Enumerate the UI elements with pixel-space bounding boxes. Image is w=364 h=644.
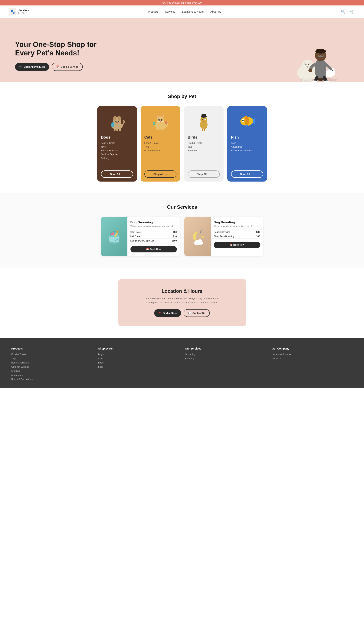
cats-link-2[interactable]: Beds & Furniture [144,149,176,152]
arrow-icon: → [252,173,254,176]
footer-shopbypet-link-0[interactable]: Dogs [98,353,179,356]
footer-services-link-0[interactable]: Grooming [185,353,266,356]
location-buttons: 📍 Find a Store 💬 Contact Us [126,309,239,317]
fish-shop-all-button[interactable]: Shop All → [231,170,263,178]
grooming-item-0: Coat Care $80 [130,230,177,234]
nav-item-locations[interactable]: Locations & Hours [182,10,204,14]
shop-by-pet-title: Shop by Pet [9,94,355,99]
footer-company-links: Locations & Hours About Us [272,353,353,360]
nav-item-products[interactable]: Products [148,10,158,14]
birds-shop-all-button[interactable]: Shop All → [188,170,220,178]
arrow-icon: → [208,173,210,176]
book-service-button[interactable]: 📅 Book a Service [52,63,83,71]
footer-products-link-0[interactable]: Food & Treats [11,353,92,356]
dogs-shop-all-button[interactable]: Shop All → [101,170,133,178]
contact-us-button[interactable]: 💬 Contact Us [184,309,210,317]
announcement-bar: Get free delivery on orders over $80 [0,0,364,6]
footer-shopbypet-link-1[interactable]: Cats [98,357,179,360]
cats-link-1[interactable]: Toys [144,146,176,148]
svg-point-5 [304,62,306,64]
grooming-item-1: Nail Care $16 [130,234,177,239]
boarding-book-button[interactable]: 📅 Book Now [214,242,260,248]
grooming-illustration [107,228,122,245]
birds-link-0[interactable]: Food & Treats [188,142,220,144]
fish-link-2[interactable]: Rocks & Decorations [231,149,263,152]
cart-button[interactable]: 🛒 [349,9,355,14]
svg-point-42 [157,116,164,124]
footer-products-link-4[interactable]: Clothing [11,370,92,372]
dogs-link-4[interactable]: Clothing [101,157,133,160]
arrow-icon: → [122,173,124,176]
svg-point-31 [113,116,116,120]
footer-shopbypet-title: Shop by Pet [98,347,179,350]
logo[interactable]: 🐾 Jackie's Pet Store [9,8,29,15]
grooming-book-button[interactable]: 📅 Book Now [130,246,177,252]
fish-image [231,110,263,132]
footer-col-services: Our Services Grooming Boarding [185,347,266,381]
footer-products-link-1[interactable]: Toys [11,357,92,360]
svg-point-22 [316,49,322,52]
footer-company-link-1[interactable]: About Us [272,357,353,360]
dogs-link-1[interactable]: Toys [101,146,133,148]
cats-illustration [151,112,170,131]
pet-card-cats: Cats Food & Treats Toys Beds & Furniture… [140,106,180,182]
dogs-illustration [108,112,126,131]
shop-all-button[interactable]: 🛒 Shop All Products [15,63,49,71]
svg-point-57 [161,128,165,130]
birds-illustration [194,112,213,131]
find-store-button[interactable]: 📍 Find a Store [154,309,181,317]
grooming-image [101,217,128,256]
footer-services-link-1[interactable]: Boarding [185,357,266,360]
svg-point-33 [115,121,116,122]
dogs-link-3[interactable]: Outdoor Supplies [101,153,133,156]
nav-item-services[interactable]: Services [165,10,175,14]
svg-marker-81 [245,125,249,127]
fish-link-1[interactable]: Aquariums [231,146,263,148]
dogs-links: Food & Treats Toys Beds & Furniture Outd… [101,142,133,167]
grooming-desc: Tail-wagging transformations are our spe… [130,225,177,227]
footer-shopbypet-link-2[interactable]: Birds [98,362,179,364]
footer-company-link-0[interactable]: Locations & Hours [272,353,353,356]
birds-image [188,110,220,132]
search-button[interactable]: 🔍 [340,9,346,14]
svg-point-50 [162,120,162,120]
cats-image [144,110,176,132]
svg-rect-12 [309,78,312,82]
dogs-link-2[interactable]: Beds & Furniture [101,149,133,152]
birds-link-2[interactable]: Furniture [188,149,220,152]
hero-buttons: 🛒 Shop All Products 📅 Book a Service [15,63,106,71]
svg-point-9 [308,64,309,66]
dogs-name: Dogs [101,135,133,140]
svg-point-16 [332,70,333,71]
hero-image [285,30,349,82]
hero-illustration [290,33,343,82]
boarding-illustration: z z z [190,228,205,245]
boarding-item-1: Short Term Boarding $80 [214,234,260,239]
footer-products-link-5[interactable]: Aquariums [11,374,92,376]
grooming-name: Dog Grooming [130,220,177,224]
footer-products-link-6[interactable]: Rocks & Decorations [11,378,92,381]
footer-shopbypet-link-3[interactable]: Fish [98,366,179,368]
footer: Products Food & Treats Toys Beds & Furni… [0,338,364,388]
pet-grid: Dogs Food & Treats Toys Beds & Furniture… [97,106,267,182]
footer-products-link-2[interactable]: Beds & Furniture [11,362,92,364]
birds-links: Food & Treats Toys Furniture [188,142,220,167]
cart-icon: 🛒 [19,66,22,68]
grooming-items: Coat Care $80 Nail Care $16 Doggie Delux… [130,230,177,243]
svg-text:z: z [201,230,202,232]
svg-point-8 [306,64,306,66]
hero-content: Your One-Stop Shop for Every Pet's Needs… [15,40,106,82]
logo-icon: 🐾 [9,8,16,15]
cats-link-0[interactable]: Food & Treats [144,142,176,144]
calendar-icon: 📅 [230,244,232,246]
dogs-link-0[interactable]: Food & Treats [101,142,133,144]
svg-rect-70 [202,129,203,131]
nav-item-about[interactable]: About Us [210,10,221,14]
navbar: 🐾 Jackie's Pet Store Products Services L… [0,6,364,18]
fish-link-0[interactable]: Food [231,142,263,144]
cats-shop-all-button[interactable]: Shop All → [144,170,176,178]
footer-products-link-3[interactable]: Outdoor Supplies [11,366,92,368]
boarding-item-0: Doggie Daycare $80 [214,230,260,234]
birds-link-1[interactable]: Toys [188,146,220,148]
location-section: Location & Hours Our knowledgeable and f… [0,268,364,338]
